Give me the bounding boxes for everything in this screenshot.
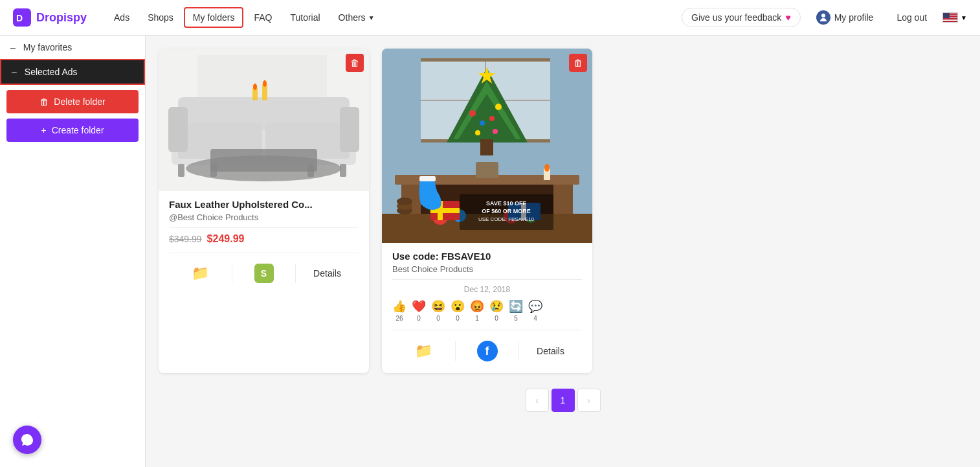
svg-point-53 bbox=[397, 198, 412, 205]
save-to-folder-button-1[interactable]: 📁 bbox=[169, 261, 232, 286]
card-image-1 bbox=[159, 49, 369, 191]
card-shop-1: @Best Choice Products bbox=[169, 212, 359, 222]
flag-icon bbox=[942, 12, 958, 23]
nav-links: Ads Shops My folders FAQ Tutorial Others… bbox=[106, 7, 383, 28]
main-layout: – My favorites – Selected Ads 🗑 Delete f… bbox=[0, 36, 980, 467]
details-button-2[interactable]: Details bbox=[519, 342, 582, 360]
profile-button[interactable]: My profile bbox=[808, 6, 882, 28]
svg-text:USE CODE: FBSAVE10: USE CODE: FBSAVE10 bbox=[478, 216, 535, 222]
chat-bubble[interactable] bbox=[13, 426, 41, 454]
profile-label: My profile bbox=[834, 12, 874, 23]
trash-icon-card2: 🗑 bbox=[574, 58, 583, 68]
profile-icon bbox=[816, 10, 830, 25]
trash-icon: 🗑 bbox=[39, 97, 49, 107]
card-date-2: Dec 12, 2018 bbox=[392, 285, 582, 294]
prev-page-button[interactable]: ‹ bbox=[526, 389, 549, 412]
comment-icon: 💬 bbox=[528, 299, 542, 313]
facebook-button-2[interactable]: f bbox=[456, 337, 518, 365]
reaction-haha: 😆 0 bbox=[431, 299, 445, 322]
svg-point-56 bbox=[544, 164, 550, 172]
price-old-1: $349.99 bbox=[169, 234, 202, 244]
feedback-label: Give us your feedback bbox=[691, 12, 781, 23]
svg-rect-54 bbox=[476, 162, 498, 178]
logo-icon: D bbox=[13, 8, 31, 27]
card-delete-button-2[interactable]: 🗑 bbox=[569, 54, 587, 72]
nav-faq[interactable]: FAQ bbox=[246, 8, 280, 27]
logout-button[interactable]: Log out bbox=[889, 8, 935, 27]
haha-icon: 😆 bbox=[431, 299, 445, 313]
svg-point-17 bbox=[263, 80, 267, 87]
angry-count: 1 bbox=[475, 315, 479, 322]
svg-point-36 bbox=[480, 120, 485, 126]
page-1-button[interactable]: 1 bbox=[551, 389, 575, 412]
svg-rect-9 bbox=[340, 107, 359, 152]
delete-folder-button[interactable]: 🗑 Delete folder bbox=[6, 90, 139, 113]
folder-icon-2: 📁 bbox=[415, 343, 432, 359]
ad-card-1: 🗑 bbox=[159, 49, 369, 373]
nav-my-folders[interactable]: My folders bbox=[184, 7, 244, 28]
sidebar-item-my-favorites[interactable]: – My favorites bbox=[0, 36, 145, 59]
shopify-icon-1: S bbox=[254, 264, 274, 283]
chevron-down-icon-lang: ▼ bbox=[961, 14, 967, 21]
card-image-2: SAVE $10 OFF OF $60 OR MORE USE CODE: FB… bbox=[382, 49, 592, 243]
heart-react-icon: ❤️ bbox=[412, 299, 426, 313]
navbar: D Dropispy Ads Shops My folders FAQ Tuto… bbox=[0, 0, 980, 36]
price-new-1: $249.99 bbox=[207, 233, 245, 245]
dash-icon: – bbox=[10, 42, 16, 52]
card-price-row-1: $349.99 $249.99 bbox=[169, 233, 359, 245]
svg-point-39 bbox=[493, 129, 498, 134]
svg-rect-8 bbox=[168, 107, 188, 152]
save-to-folder-button-2[interactable]: 📁 bbox=[392, 339, 455, 363]
svg-rect-50 bbox=[419, 176, 436, 181]
logo-text: Dropispy bbox=[36, 11, 87, 25]
heart-count: 0 bbox=[417, 315, 421, 322]
nav-shops[interactable]: Shops bbox=[140, 8, 181, 27]
language-selector[interactable]: ▼ bbox=[942, 12, 967, 23]
like-count: 26 bbox=[395, 315, 403, 322]
trash-icon-card1: 🗑 bbox=[350, 58, 359, 68]
create-folder-button[interactable]: + Create folder bbox=[6, 119, 139, 142]
shopify-button-1[interactable]: S bbox=[232, 260, 295, 287]
share-count: 5 bbox=[514, 315, 518, 322]
sidebar: – My favorites – Selected Ads 🗑 Delete f… bbox=[0, 36, 146, 467]
wow-count: 0 bbox=[456, 315, 460, 322]
logo[interactable]: D Dropispy bbox=[13, 8, 87, 27]
reactions-row-2: 👍 26 ❤️ 0 😆 0 😮 0 bbox=[392, 299, 582, 322]
facebook-icon-2: f bbox=[477, 341, 498, 361]
nav-ads[interactable]: Ads bbox=[106, 8, 137, 27]
nav-others[interactable]: Others ▼ bbox=[331, 8, 383, 27]
reaction-comment: 💬 4 bbox=[528, 299, 542, 322]
like-icon: 👍 bbox=[392, 299, 406, 313]
svg-rect-10 bbox=[178, 164, 184, 177]
svg-point-34 bbox=[469, 110, 476, 117]
svg-text:OF $60 OR MORE: OF $60 OR MORE bbox=[482, 208, 531, 214]
card-body-1: Faux Leather Upholstered Co... @Best Cho… bbox=[159, 191, 369, 295]
card-title-2: Use code: FBSAVE10 bbox=[392, 251, 582, 262]
card-body-2: Use code: FBSAVE10 Best Choice Products … bbox=[382, 243, 592, 373]
chevron-down-icon: ▼ bbox=[368, 14, 375, 21]
next-page-button[interactable]: › bbox=[577, 389, 601, 412]
angry-icon: 😡 bbox=[470, 299, 484, 313]
card-actions-1: 📁 S Details bbox=[169, 253, 359, 287]
card-title-1: Faux Leather Upholstered Co... bbox=[169, 199, 359, 210]
sad-icon: 😢 bbox=[489, 299, 504, 313]
cards-row: 🗑 bbox=[159, 49, 967, 373]
reaction-heart: ❤️ 0 bbox=[412, 299, 426, 322]
svg-point-37 bbox=[489, 116, 495, 121]
nav-tutorial[interactable]: Tutorial bbox=[282, 8, 328, 27]
svg-point-38 bbox=[475, 130, 480, 135]
wow-icon: 😮 bbox=[451, 299, 465, 313]
feedback-button[interactable]: Give us your feedback ♥ bbox=[682, 8, 801, 27]
ad-card-2: 🗑 bbox=[382, 49, 592, 373]
card-delete-button-1[interactable]: 🗑 bbox=[346, 54, 364, 72]
haha-count: 0 bbox=[436, 315, 440, 322]
content-area: 🗑 bbox=[146, 36, 980, 467]
details-button-1[interactable]: Details bbox=[296, 264, 359, 282]
reaction-wow: 😮 0 bbox=[451, 299, 465, 322]
share-icon: 🔄 bbox=[509, 299, 523, 313]
my-favorites-label: My favorites bbox=[23, 42, 72, 52]
sidebar-item-selected-ads[interactable]: – Selected Ads bbox=[0, 59, 145, 85]
card-divider-2 bbox=[392, 279, 582, 280]
dash-icon-2: – bbox=[12, 67, 17, 77]
reaction-share: 🔄 5 bbox=[509, 299, 523, 322]
